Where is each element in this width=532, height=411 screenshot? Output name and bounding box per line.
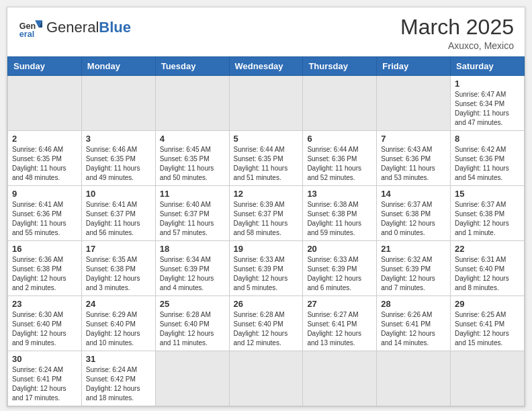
- calendar-day-cell: [229, 351, 303, 406]
- day-number: 31: [86, 354, 151, 364]
- calendar-day-cell: 20Sunrise: 6:33 AMSunset: 6:39 PMDayligh…: [303, 241, 377, 296]
- day-info: Sunrise: 6:43 AMSunset: 6:36 PMDaylight:…: [381, 145, 446, 183]
- calendar-header-row: SundayMondayTuesdayWednesdayThursdayFrid…: [8, 57, 525, 76]
- month-year-title: March 2025: [400, 15, 514, 39]
- calendar-day-cell: 30Sunrise: 6:24 AMSunset: 6:41 PMDayligh…: [8, 351, 82, 406]
- day-info: Sunrise: 6:40 AMSunset: 6:37 PMDaylight:…: [160, 200, 225, 238]
- day-info: Sunrise: 6:24 AMSunset: 6:41 PMDaylight:…: [12, 365, 77, 403]
- header: Gen eral GeneralBlue March 2025 Axuxco, …: [7, 7, 525, 56]
- day-number: 15: [455, 189, 520, 199]
- day-info: Sunrise: 6:36 AMSunset: 6:38 PMDaylight:…: [12, 255, 77, 293]
- calendar-day-cell: 1Sunrise: 6:47 AMSunset: 6:34 PMDaylight…: [451, 76, 525, 131]
- day-info: Sunrise: 6:46 AMSunset: 6:35 PMDaylight:…: [86, 145, 151, 183]
- calendar-week-row: 1Sunrise: 6:47 AMSunset: 6:34 PMDaylight…: [8, 76, 525, 131]
- calendar-week-row: 30Sunrise: 6:24 AMSunset: 6:41 PMDayligh…: [8, 351, 525, 406]
- calendar-day-cell: 25Sunrise: 6:28 AMSunset: 6:40 PMDayligh…: [155, 296, 229, 351]
- day-number: 10: [86, 189, 151, 199]
- day-number: 12: [234, 189, 299, 199]
- calendar-week-row: 16Sunrise: 6:36 AMSunset: 6:38 PMDayligh…: [8, 241, 525, 296]
- logo: Gen eral GeneralBlue: [18, 15, 131, 40]
- day-info: Sunrise: 6:28 AMSunset: 6:40 PMDaylight:…: [234, 310, 299, 348]
- day-number: 18: [160, 244, 225, 254]
- calendar-day-cell: 19Sunrise: 6:33 AMSunset: 6:39 PMDayligh…: [229, 241, 303, 296]
- calendar-day-cell: [377, 76, 451, 131]
- calendar-day-cell: 12Sunrise: 6:39 AMSunset: 6:37 PMDayligh…: [229, 186, 303, 241]
- svg-text:eral: eral: [19, 30, 34, 39]
- calendar-day-cell: 13Sunrise: 6:38 AMSunset: 6:38 PMDayligh…: [303, 186, 377, 241]
- day-number: 11: [160, 189, 225, 199]
- calendar-day-cell: 18Sunrise: 6:34 AMSunset: 6:39 PMDayligh…: [155, 241, 229, 296]
- calendar-week-row: 23Sunrise: 6:30 AMSunset: 6:40 PMDayligh…: [8, 296, 525, 351]
- calendar-day-cell: 2Sunrise: 6:46 AMSunset: 6:35 PMDaylight…: [8, 131, 82, 186]
- day-info: Sunrise: 6:30 AMSunset: 6:40 PMDaylight:…: [12, 310, 77, 348]
- calendar-day-cell: [155, 76, 229, 131]
- day-number: 20: [307, 244, 372, 254]
- day-number: 16: [12, 244, 77, 254]
- calendar-day-cell: [377, 351, 451, 406]
- calendar-day-cell: 21Sunrise: 6:32 AMSunset: 6:39 PMDayligh…: [377, 241, 451, 296]
- day-info: Sunrise: 6:31 AMSunset: 6:40 PMDaylight:…: [455, 255, 520, 293]
- day-of-week-header: Tuesday: [155, 57, 229, 76]
- calendar-day-cell: [155, 351, 229, 406]
- day-number: 26: [234, 299, 299, 309]
- calendar-week-row: 2Sunrise: 6:46 AMSunset: 6:35 PMDaylight…: [8, 131, 525, 186]
- day-number: 3: [86, 134, 151, 144]
- calendar-day-cell: 24Sunrise: 6:29 AMSunset: 6:40 PMDayligh…: [81, 296, 155, 351]
- day-info: Sunrise: 6:39 AMSunset: 6:37 PMDaylight:…: [234, 200, 299, 238]
- day-info: Sunrise: 6:35 AMSunset: 6:38 PMDaylight:…: [86, 255, 151, 293]
- calendar-day-cell: 3Sunrise: 6:46 AMSunset: 6:35 PMDaylight…: [81, 131, 155, 186]
- day-info: Sunrise: 6:33 AMSunset: 6:39 PMDaylight:…: [234, 255, 299, 293]
- day-info: Sunrise: 6:33 AMSunset: 6:39 PMDaylight:…: [307, 255, 372, 293]
- day-info: Sunrise: 6:42 AMSunset: 6:36 PMDaylight:…: [455, 145, 520, 183]
- calendar-day-cell: [8, 76, 82, 131]
- calendar-day-cell: 15Sunrise: 6:37 AMSunset: 6:38 PMDayligh…: [451, 186, 525, 241]
- day-info: Sunrise: 6:24 AMSunset: 6:42 PMDaylight:…: [86, 365, 151, 403]
- day-number: 6: [307, 134, 372, 144]
- day-number: 4: [160, 134, 225, 144]
- day-info: Sunrise: 6:37 AMSunset: 6:38 PMDaylight:…: [455, 200, 520, 238]
- calendar-day-cell: 6Sunrise: 6:44 AMSunset: 6:36 PMDaylight…: [303, 131, 377, 186]
- calendar-day-cell: 5Sunrise: 6:44 AMSunset: 6:35 PMDaylight…: [229, 131, 303, 186]
- calendar-day-cell: [229, 76, 303, 131]
- title-block: March 2025 Axuxco, Mexico: [400, 15, 514, 51]
- day-info: Sunrise: 6:38 AMSunset: 6:38 PMDaylight:…: [307, 200, 372, 238]
- day-of-week-header: Monday: [81, 57, 155, 76]
- day-number: 2: [12, 134, 77, 144]
- day-info: Sunrise: 6:47 AMSunset: 6:34 PMDaylight:…: [455, 90, 520, 128]
- calendar-day-cell: 10Sunrise: 6:41 AMSunset: 6:37 PMDayligh…: [81, 186, 155, 241]
- day-info: Sunrise: 6:34 AMSunset: 6:39 PMDaylight:…: [160, 255, 225, 293]
- day-number: 23: [12, 299, 77, 309]
- day-number: 5: [234, 134, 299, 144]
- logo-text: GeneralBlue: [46, 20, 131, 35]
- calendar-day-cell: 8Sunrise: 6:42 AMSunset: 6:36 PMDaylight…: [451, 131, 525, 186]
- calendar-week-row: 9Sunrise: 6:41 AMSunset: 6:36 PMDaylight…: [8, 186, 525, 241]
- calendar-day-cell: 11Sunrise: 6:40 AMSunset: 6:37 PMDayligh…: [155, 186, 229, 241]
- day-number: 27: [307, 299, 372, 309]
- day-number: 8: [455, 134, 520, 144]
- day-info: Sunrise: 6:44 AMSunset: 6:36 PMDaylight:…: [307, 145, 372, 183]
- calendar-day-cell: [303, 351, 377, 406]
- day-info: Sunrise: 6:37 AMSunset: 6:38 PMDaylight:…: [381, 200, 446, 238]
- day-of-week-header: Wednesday: [229, 57, 303, 76]
- day-number: 14: [381, 189, 446, 199]
- day-number: 24: [86, 299, 151, 309]
- calendar-day-cell: 29Sunrise: 6:25 AMSunset: 6:41 PMDayligh…: [451, 296, 525, 351]
- day-number: 25: [160, 299, 225, 309]
- day-number: 7: [381, 134, 446, 144]
- calendar-day-cell: 23Sunrise: 6:30 AMSunset: 6:40 PMDayligh…: [8, 296, 82, 351]
- day-info: Sunrise: 6:41 AMSunset: 6:36 PMDaylight:…: [12, 200, 77, 238]
- day-info: Sunrise: 6:44 AMSunset: 6:35 PMDaylight:…: [234, 145, 299, 183]
- day-info: Sunrise: 6:41 AMSunset: 6:37 PMDaylight:…: [86, 200, 151, 238]
- day-of-week-header: Saturday: [451, 57, 525, 76]
- calendar-container: Gen eral GeneralBlue March 2025 Axuxco, …: [7, 7, 525, 407]
- day-info: Sunrise: 6:27 AMSunset: 6:41 PMDaylight:…: [307, 310, 372, 348]
- day-number: 28: [381, 299, 446, 309]
- calendar-day-cell: [303, 76, 377, 131]
- day-number: 30: [12, 354, 77, 364]
- calendar-day-cell: 22Sunrise: 6:31 AMSunset: 6:40 PMDayligh…: [451, 241, 525, 296]
- day-of-week-header: Friday: [377, 57, 451, 76]
- calendar-day-cell: 26Sunrise: 6:28 AMSunset: 6:40 PMDayligh…: [229, 296, 303, 351]
- day-number: 22: [455, 244, 520, 254]
- day-number: 21: [381, 244, 446, 254]
- calendar-day-cell: 31Sunrise: 6:24 AMSunset: 6:42 PMDayligh…: [81, 351, 155, 406]
